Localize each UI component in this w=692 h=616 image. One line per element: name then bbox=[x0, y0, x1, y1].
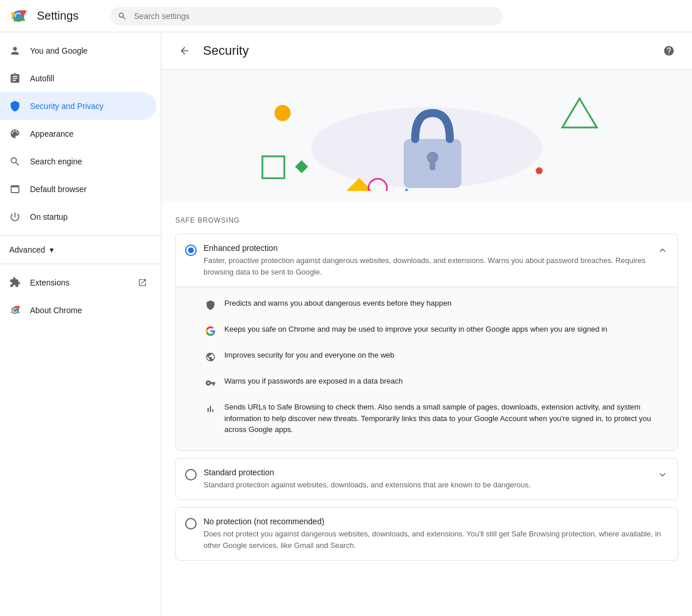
no-protection-option-text: No protection (not recommended) Does not… bbox=[204, 517, 668, 551]
search-bar-container bbox=[111, 7, 503, 25]
page-header: Security bbox=[161, 32, 692, 70]
no-protection-radio-button[interactable] bbox=[185, 518, 197, 529]
sidebar-item-extensions[interactable]: Extensions bbox=[0, 269, 156, 296]
detail-item-barchart: Sends URLs to Safe Browsing to check the… bbox=[204, 396, 668, 441]
power-icon bbox=[9, 211, 21, 223]
detail-item-google: Keeps you safe on Chrome and may be used… bbox=[204, 318, 668, 344]
sidebar-item-about-chrome[interactable]: About Chrome bbox=[0, 296, 156, 324]
detail-item-predict: Predicts and warns you about dangerous e… bbox=[204, 292, 668, 318]
extension-icon bbox=[9, 277, 21, 288]
sidebar-item-you-and-google[interactable]: You and Google bbox=[0, 37, 156, 65]
sidebar-label-default-browser: Default browser bbox=[30, 185, 86, 194]
globe-detail-icon bbox=[204, 350, 217, 364]
sidebar-label-extensions: Extensions bbox=[30, 278, 69, 287]
detail-item-key: Warns you if passwords are exposed in a … bbox=[204, 370, 668, 396]
chevron-down-icon bbox=[657, 469, 668, 480]
shield-detail-icon bbox=[204, 298, 217, 312]
svg-marker-19 bbox=[562, 99, 597, 127]
advanced-label: Advanced bbox=[9, 245, 45, 254]
radio-selected-indicator bbox=[188, 247, 194, 253]
sidebar-divider bbox=[0, 235, 161, 236]
svg-point-3 bbox=[16, 13, 21, 18]
detail-text-globe: Improves security for you and everyone o… bbox=[224, 350, 394, 361]
svg-rect-12 bbox=[262, 156, 284, 178]
app-title: Settings bbox=[37, 9, 78, 22]
browser-icon bbox=[9, 183, 21, 195]
help-button[interactable] bbox=[660, 42, 678, 60]
standard-title: Standard protection bbox=[204, 468, 650, 477]
search-icon bbox=[118, 12, 127, 21]
back-button[interactable] bbox=[175, 42, 194, 60]
enhanced-title: Enhanced protection bbox=[204, 243, 650, 253]
main-layout: You and Google Autofill Security and bbox=[0, 32, 692, 616]
palette-icon bbox=[9, 128, 21, 140]
search-input[interactable] bbox=[111, 7, 503, 25]
no-protection-desc: Does not protect you against dangerous w… bbox=[204, 528, 668, 551]
detail-text-predict: Predicts and warns you about dangerous e… bbox=[224, 298, 452, 309]
about-chrome-icon bbox=[9, 305, 21, 316]
enhanced-protection-header[interactable]: Enhanced protection Faster, proactive pr… bbox=[176, 234, 678, 287]
enhanced-radio-button[interactable] bbox=[185, 245, 197, 256]
page-title: Security bbox=[203, 43, 650, 58]
sidebar-item-appearance[interactable]: Appearance bbox=[0, 120, 156, 148]
no-protection-header[interactable]: No protection (not recommended) Does not… bbox=[176, 508, 678, 560]
enhanced-protection-card: Enhanced protection Faster, proactive pr… bbox=[175, 234, 678, 451]
sidebar-item-autofill[interactable]: Autofill bbox=[0, 65, 156, 92]
app-container: Settings You and Go bbox=[0, 0, 692, 616]
sidebar-item-security-privacy[interactable]: Security and Privacy bbox=[0, 92, 156, 120]
external-link-icon bbox=[138, 278, 147, 287]
enhanced-option-text: Enhanced protection Faster, proactive pr… bbox=[204, 243, 650, 277]
detail-text-key: Warns you if passwords are exposed in a … bbox=[224, 375, 403, 387]
svg-rect-10 bbox=[430, 161, 435, 170]
standard-option-text: Standard protection Standard protection … bbox=[204, 468, 650, 491]
app-header: Settings bbox=[0, 0, 692, 32]
enhanced-details: Predicts and warns you about dangerous e… bbox=[176, 287, 678, 450]
sidebar: You and Google Autofill Security and bbox=[0, 32, 161, 616]
sidebar-label-autofill: Autofill bbox=[30, 74, 54, 83]
assignment-icon bbox=[9, 73, 21, 84]
sidebar-label-about-chrome: About Chrome bbox=[30, 306, 82, 315]
svg-marker-16 bbox=[392, 188, 421, 191]
standard-protection-header[interactable]: Standard protection Standard protection … bbox=[176, 459, 678, 500]
chevron-up-icon bbox=[657, 245, 668, 256]
sidebar-divider-2 bbox=[0, 264, 161, 264]
no-protection-title: No protection (not recommended) bbox=[204, 517, 668, 526]
google-detail-icon bbox=[204, 324, 217, 338]
svg-point-11 bbox=[274, 105, 291, 121]
standard-protection-card: Standard protection Standard protection … bbox=[175, 458, 678, 501]
svg-point-17 bbox=[536, 167, 543, 174]
sidebar-label-you-and-google: You and Google bbox=[30, 46, 88, 55]
chrome-logo-icon bbox=[9, 7, 28, 25]
no-protection-card: No protection (not recommended) Does not… bbox=[175, 507, 678, 561]
svg-rect-13 bbox=[295, 160, 309, 174]
security-illustration bbox=[225, 81, 629, 191]
detail-text-google: Keeps you safe on Chrome and may be used… bbox=[224, 324, 607, 335]
standard-desc: Standard protection against websites, do… bbox=[204, 479, 650, 491]
sidebar-label-appearance: Appearance bbox=[30, 129, 74, 138]
enhanced-desc: Faster, proactive protection against dan… bbox=[204, 255, 650, 277]
sidebar-item-on-startup[interactable]: On startup bbox=[0, 203, 156, 231]
sidebar-advanced-section[interactable]: Advanced ▾ bbox=[0, 241, 161, 259]
key-detail-icon bbox=[204, 376, 217, 390]
shield-icon bbox=[9, 100, 21, 112]
standard-radio-button[interactable] bbox=[185, 469, 197, 480]
hero-illustration bbox=[161, 70, 692, 202]
section-title: Safe Browsing bbox=[175, 216, 678, 224]
sidebar-item-search-engine[interactable]: Search engine bbox=[0, 148, 156, 175]
sidebar-label-security-privacy: Security and Privacy bbox=[30, 102, 104, 111]
detail-text-barchart: Sends URLs to Safe Browsing to check the… bbox=[224, 401, 668, 435]
detail-item-globe: Improves security for you and everyone o… bbox=[204, 344, 668, 370]
barchart-detail-icon bbox=[204, 402, 217, 416]
sidebar-label-search-engine: Search engine bbox=[30, 157, 82, 166]
search-nav-icon bbox=[9, 156, 21, 167]
sidebar-item-default-browser[interactable]: Default browser bbox=[0, 175, 156, 203]
content-area: Security bbox=[161, 32, 692, 616]
person-icon bbox=[9, 45, 21, 57]
sidebar-label-on-startup: On startup bbox=[30, 212, 67, 221]
chevron-down-icon: ▾ bbox=[50, 245, 54, 254]
safe-browsing-section: Safe Browsing Enhanced protection Faster… bbox=[161, 202, 692, 581]
